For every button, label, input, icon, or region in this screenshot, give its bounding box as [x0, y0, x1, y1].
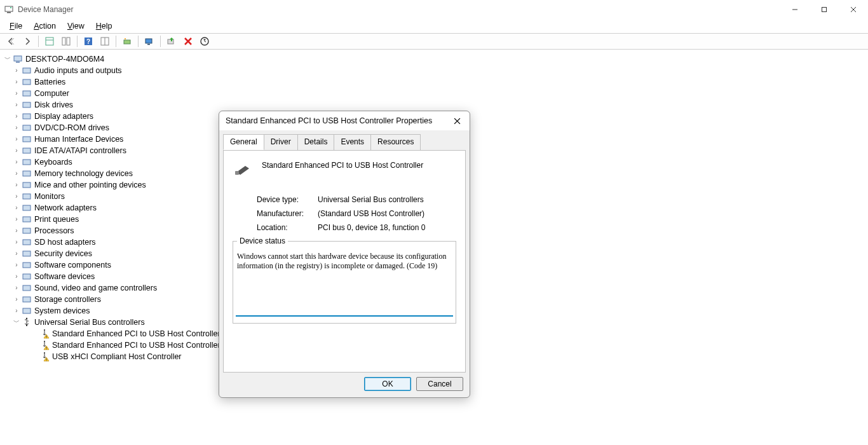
- update-driver-icon[interactable]: [197, 34, 212, 48]
- expand-icon[interactable]: ›: [13, 88, 20, 99]
- svg-rect-15: [124, 40, 130, 44]
- expand-icon[interactable]: ›: [13, 202, 20, 214]
- svg-rect-26: [23, 79, 31, 85]
- menu-help[interactable]: Help: [90, 20, 118, 32]
- toolbar-icon-5[interactable]: [119, 34, 135, 48]
- label-location: Location:: [257, 223, 318, 232]
- tree-label: Standard Enhanced PCI to USB Host Contro…: [52, 328, 220, 339]
- category-icon: [22, 226, 32, 236]
- expand-icon[interactable]: ›: [13, 271, 20, 282]
- separator: [160, 36, 161, 47]
- back-button[interactable]: [3, 34, 18, 48]
- tree-category[interactable]: ›Computer: [4, 88, 868, 99]
- tab-events[interactable]: Events: [334, 134, 371, 150]
- enable-device-icon[interactable]: [164, 34, 179, 48]
- svg-text:?: ?: [86, 38, 90, 45]
- svg-rect-28: [23, 102, 31, 107]
- expand-icon[interactable]: ›: [13, 214, 20, 225]
- menu-bar: Fdocument.currentScript.previousElementS…: [0, 19, 868, 33]
- category-icon: [22, 88, 32, 99]
- expand-icon[interactable]: ›: [13, 248, 20, 259]
- toolbar-icon-2[interactable]: [58, 34, 74, 48]
- svg-point-55: [44, 352, 45, 353]
- tab-label: Details: [304, 137, 328, 146]
- collapse-icon[interactable]: ﹀: [13, 317, 20, 328]
- expand-icon[interactable]: ›: [13, 191, 20, 202]
- tab-resources[interactable]: Resources: [370, 134, 421, 150]
- tree-label: IDE ATA/ATAPI controllers: [34, 145, 126, 156]
- expand-icon[interactable]: ›: [13, 259, 20, 271]
- usb-device-warning-icon: [39, 352, 50, 362]
- category-icon: [22, 134, 32, 144]
- svg-rect-37: [23, 205, 31, 210]
- expand-icon[interactable]: ›: [13, 282, 20, 294]
- expand-icon[interactable]: ›: [13, 145, 20, 156]
- svg-rect-40: [23, 240, 31, 245]
- uninstall-device-icon[interactable]: [180, 34, 196, 48]
- dialog-tabs: General Driver Details Events Resources: [219, 130, 470, 150]
- tree-root[interactable]: ﹀ DESKTOP-4MDO6M4: [4, 53, 868, 65]
- svg-rect-25: [23, 68, 31, 73]
- svg-rect-31: [23, 137, 31, 142]
- tree-label: Monitors: [34, 191, 65, 202]
- expand-icon[interactable]: ›: [13, 225, 20, 236]
- tree-category[interactable]: ›Batteries: [4, 76, 868, 88]
- menu-file[interactable]: Fdocument.currentScript.previousElementS…: [4, 20, 28, 32]
- separator: [77, 36, 78, 47]
- scan-hardware-icon[interactable]: [142, 34, 157, 48]
- collapse-icon[interactable]: ﹀: [4, 53, 11, 65]
- tree-label: Print queues: [34, 214, 79, 225]
- tree-category[interactable]: ›Audio inputs and outputs: [4, 65, 868, 76]
- separator: [138, 36, 139, 47]
- toolbar-icon-4[interactable]: [97, 34, 112, 48]
- expand-icon[interactable]: ›: [13, 156, 20, 168]
- expand-icon[interactable]: ›: [13, 65, 20, 76]
- svg-rect-35: [23, 182, 31, 188]
- svg-rect-34: [23, 171, 31, 176]
- dialog-titlebar[interactable]: Standard Enhanced PCI to USB Host Contro…: [219, 111, 470, 130]
- expand-icon[interactable]: ›: [13, 99, 20, 111]
- ok-button[interactable]: OK: [364, 377, 411, 391]
- menu-view[interactable]: View: [62, 20, 90, 32]
- close-button[interactable]: [839, 0, 868, 19]
- usb-device-warning-icon: [39, 329, 50, 339]
- category-icon: [22, 271, 32, 282]
- tab-details[interactable]: Details: [297, 134, 335, 150]
- tree-category[interactable]: ›Disk drives: [4, 99, 868, 111]
- tree-label: Mice and other pointing devices: [34, 179, 146, 191]
- menu-action[interactable]: Action: [28, 20, 62, 32]
- category-icon: [22, 123, 32, 133]
- category-icon: [22, 146, 32, 156]
- maximize-button[interactable]: [810, 0, 839, 19]
- minimize-button[interactable]: [780, 0, 810, 19]
- device-status-text[interactable]: [236, 250, 453, 317]
- expand-icon[interactable]: ›: [13, 179, 20, 191]
- cancel-button[interactable]: Cancel: [416, 377, 463, 391]
- help-icon[interactable]: ?: [81, 34, 96, 48]
- dialog-title: Standard Enhanced PCI to USB Host Contro…: [226, 116, 432, 125]
- tree-label: Security devices: [34, 248, 92, 259]
- expand-icon[interactable]: ›: [13, 168, 20, 179]
- svg-rect-32: [23, 148, 31, 153]
- tree-label: SD host adapters: [34, 236, 96, 248]
- toolbar-icon-1[interactable]: [42, 34, 57, 48]
- tab-driver[interactable]: Driver: [264, 134, 298, 150]
- expand-icon[interactable]: ›: [13, 76, 20, 88]
- tree-label: System devices: [34, 305, 90, 317]
- expand-icon[interactable]: ›: [13, 305, 20, 317]
- device-name: Standard Enhanced PCI to USB Host Contro…: [262, 160, 423, 170]
- expand-icon[interactable]: ›: [13, 294, 20, 305]
- tab-general[interactable]: General: [223, 134, 264, 150]
- expand-icon[interactable]: ›: [13, 122, 20, 134]
- tree-label: Display adapters: [34, 111, 93, 122]
- expand-icon[interactable]: ›: [13, 111, 20, 122]
- category-icon: [22, 77, 32, 87]
- category-icon: [22, 214, 32, 224]
- dialog-close-button[interactable]: [448, 114, 466, 128]
- svg-rect-43: [23, 274, 31, 279]
- expand-icon[interactable]: ›: [13, 236, 20, 248]
- expand-icon[interactable]: ›: [13, 134, 20, 145]
- svg-rect-33: [23, 160, 31, 165]
- forward-button[interactable]: [20, 34, 35, 48]
- category-icon: [22, 100, 32, 110]
